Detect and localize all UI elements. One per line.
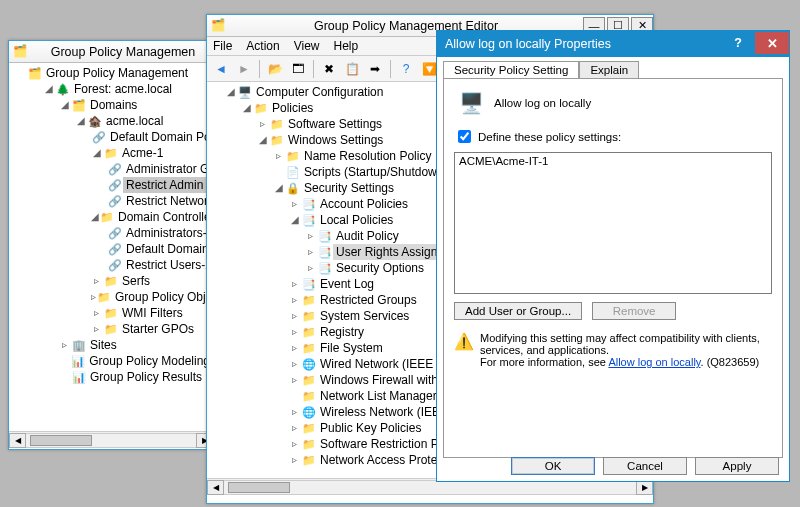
expand-icon[interactable]: ▹ bbox=[289, 420, 300, 436]
expand-icon[interactable]: ◢ bbox=[91, 209, 99, 225]
expand-icon[interactable]: ▹ bbox=[289, 404, 300, 420]
gpmc-titlebar[interactable]: 🗂️ Group Policy Managemen bbox=[9, 41, 213, 63]
sites-icon: 🏢 bbox=[71, 338, 86, 352]
scroll-thumb[interactable] bbox=[228, 482, 290, 493]
menu-view[interactable]: View bbox=[294, 39, 320, 53]
menu-file[interactable]: File bbox=[213, 39, 232, 53]
expand-icon[interactable]: ▹ bbox=[289, 356, 300, 372]
back-button[interactable]: ◄ bbox=[211, 59, 231, 79]
remove-button[interactable]: Remove bbox=[592, 302, 676, 320]
expand-icon[interactable]: ▹ bbox=[289, 340, 300, 356]
dialog-titlebar[interactable]: Allow log on locally Properties ? ✕ bbox=[437, 31, 789, 57]
tree-results[interactable]: 📊Group Policy Results bbox=[59, 369, 213, 385]
tree-root[interactable]: 🗂️Group Policy Management bbox=[27, 65, 213, 81]
menu-action[interactable]: Action bbox=[246, 39, 279, 53]
expand-icon[interactable]: ◢ bbox=[289, 212, 300, 228]
tree-dcs[interactable]: ◢📁Domain Controllers bbox=[91, 209, 213, 225]
members-listbox[interactable]: ACME\Acme-IT-1 bbox=[454, 152, 772, 294]
expand-icon[interactable]: ▹ bbox=[257, 116, 268, 132]
up-button[interactable]: 📂 bbox=[265, 59, 285, 79]
more-info-link[interactable]: Allow log on locally bbox=[608, 356, 700, 368]
tree-forest[interactable]: ◢🌲Forest: acme.local bbox=[43, 81, 213, 97]
expand-icon[interactable]: ▹ bbox=[91, 273, 102, 289]
tree-restrictadmin[interactable]: 🔗Restrict Admin Logon bbox=[107, 177, 213, 193]
tree-serfs[interactable]: ▹📁Serfs bbox=[91, 273, 213, 289]
scroll-left-icon[interactable]: ◀ bbox=[207, 480, 224, 495]
tree-restrictnet[interactable]: 🔗Restrict Network Acce bbox=[107, 193, 213, 209]
expand-icon[interactable]: ▹ bbox=[59, 337, 70, 353]
properties-dialog[interactable]: Allow log on locally Properties ? ✕ Secu… bbox=[436, 30, 790, 482]
delete-button[interactable]: ✖ bbox=[319, 59, 339, 79]
tree-admingroup[interactable]: 🔗Administrator Group bbox=[107, 161, 213, 177]
define-label-text: Define these policy settings: bbox=[478, 131, 621, 143]
ok-button[interactable]: OK bbox=[511, 457, 595, 475]
scroll-left-icon[interactable]: ◀ bbox=[9, 433, 26, 448]
expand-icon[interactable]: ▹ bbox=[305, 260, 316, 276]
expand-icon[interactable]: ▹ bbox=[289, 276, 300, 292]
help-button[interactable]: ? bbox=[396, 59, 416, 79]
gpmc-hscroll[interactable]: ◀ ▶ bbox=[9, 431, 213, 448]
close-button[interactable]: ✕ bbox=[755, 32, 789, 54]
expand-icon[interactable]: ◢ bbox=[257, 132, 268, 148]
modeling-icon: 📊 bbox=[71, 354, 86, 368]
gpmc-window[interactable]: 🗂️ Group Policy Managemen 🗂️Group Policy… bbox=[8, 40, 214, 450]
tree-acme1[interactable]: ◢📁Acme-1 bbox=[91, 145, 213, 161]
show-hide-button[interactable]: 🗔 bbox=[288, 59, 308, 79]
expand-icon[interactable]: ◢ bbox=[241, 100, 252, 116]
expand-icon[interactable]: ▹ bbox=[289, 436, 300, 452]
gpmc-tree[interactable]: 🗂️Group Policy Management ◢🌲Forest: acme… bbox=[9, 63, 213, 431]
gpo-link-icon: 🔗 bbox=[108, 162, 122, 176]
tree-ddp[interactable]: 🔗Default Domain Policy bbox=[91, 129, 213, 145]
expand-icon[interactable]: ◢ bbox=[91, 145, 102, 161]
expand-icon[interactable]: ▹ bbox=[289, 196, 300, 212]
expand-icon[interactable]: ▹ bbox=[273, 148, 284, 164]
forward-button[interactable]: ► bbox=[234, 59, 254, 79]
add-user-button[interactable]: Add User or Group... bbox=[454, 302, 582, 320]
tree-ddcp[interactable]: 🔗Default Domain Contr bbox=[107, 241, 213, 257]
tree-restrictusers2[interactable]: 🔗Restrict Users-2 bbox=[107, 257, 213, 273]
properties-button[interactable]: 📋 bbox=[342, 59, 362, 79]
expand-icon[interactable]: ▹ bbox=[91, 321, 102, 337]
tree-domain[interactable]: ◢🏚️acme.local bbox=[75, 113, 213, 129]
expand-icon[interactable]: ▹ bbox=[305, 228, 316, 244]
expand-icon[interactable]: ▹ bbox=[289, 372, 300, 388]
expand-icon[interactable]: ◢ bbox=[273, 180, 284, 196]
policy-icon: 📑 bbox=[317, 245, 332, 259]
tree-domains[interactable]: ◢🗂️Domains bbox=[59, 97, 213, 113]
folder-icon: 📁 bbox=[301, 293, 316, 307]
tree-gpobjects[interactable]: ▹📁Group Policy Objects bbox=[91, 289, 213, 305]
help-button[interactable]: ? bbox=[721, 32, 755, 54]
define-checkbox-label[interactable]: Define these policy settings: bbox=[454, 127, 772, 146]
folder-icon: 📁 bbox=[301, 309, 316, 323]
list-item[interactable]: ACME\Acme-IT-1 bbox=[459, 155, 767, 167]
tree-wmi[interactable]: ▹📁WMI Filters bbox=[91, 305, 213, 321]
expand-icon[interactable]: ▹ bbox=[91, 305, 102, 321]
policy-icon: 📑 bbox=[317, 261, 332, 275]
expand-icon[interactable]: ▹ bbox=[289, 308, 300, 324]
expand-icon[interactable]: ▹ bbox=[305, 244, 316, 260]
tree-admins2[interactable]: 🔗Administrators-2 bbox=[107, 225, 213, 241]
expand-icon[interactable]: ▹ bbox=[289, 292, 300, 308]
tree-modeling[interactable]: 📊Group Policy Modeling bbox=[59, 353, 213, 369]
expand-icon[interactable]: ▹ bbox=[289, 324, 300, 340]
menu-help[interactable]: Help bbox=[334, 39, 359, 53]
policy-icon: 📑 bbox=[301, 213, 316, 227]
tab-security-policy[interactable]: Security Policy Setting bbox=[443, 61, 579, 78]
expand-icon[interactable]: ◢ bbox=[59, 97, 70, 113]
expand-icon[interactable]: ▹ bbox=[91, 289, 96, 305]
scroll-track[interactable] bbox=[26, 433, 196, 448]
gpo-link-icon: 🔗 bbox=[108, 226, 122, 240]
expand-icon[interactable]: ◢ bbox=[225, 84, 236, 100]
apply-button[interactable]: Apply bbox=[695, 457, 779, 475]
define-checkbox[interactable] bbox=[458, 130, 471, 143]
expand-icon[interactable]: ◢ bbox=[43, 81, 54, 97]
tree-starter[interactable]: ▹📁Starter GPOs bbox=[91, 321, 213, 337]
scroll-thumb[interactable] bbox=[30, 435, 92, 446]
export-button[interactable]: ➡ bbox=[365, 59, 385, 79]
tree-sites[interactable]: ▹🏢Sites bbox=[59, 337, 213, 353]
expand-icon[interactable]: ◢ bbox=[75, 113, 86, 129]
expand-icon[interactable]: ▹ bbox=[289, 452, 300, 468]
tab-explain[interactable]: Explain bbox=[579, 61, 639, 78]
ou-icon: 📁 bbox=[100, 210, 114, 224]
cancel-button[interactable]: Cancel bbox=[603, 457, 687, 475]
